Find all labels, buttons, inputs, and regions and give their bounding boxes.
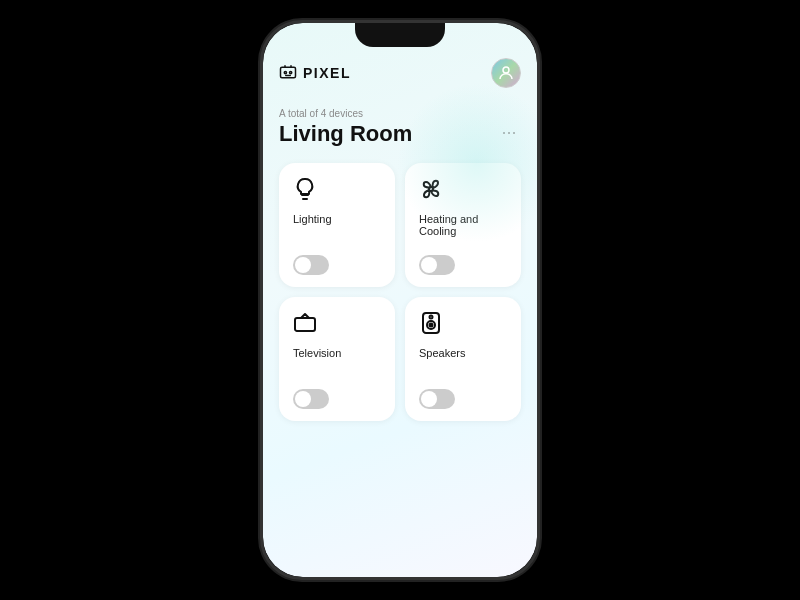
heating-cooling-toggle[interactable]: [419, 255, 455, 275]
room-title: Living Room: [279, 121, 412, 147]
television-toggle-wrapper: [293, 389, 381, 409]
svg-point-2: [290, 71, 292, 73]
device-card-lighting[interactable]: Lighting: [279, 163, 395, 287]
phone-frame: PIXEL A total of 4 devices Living Room ·…: [260, 20, 540, 580]
svg-rect-5: [295, 318, 315, 331]
room-info: A total of 4 devices Living Room ···: [279, 108, 521, 147]
notch: [355, 23, 445, 47]
lighting-toggle-wrapper: [293, 255, 381, 275]
heating-cooling-toggle-slider: [419, 255, 455, 275]
logo-text: PIXEL: [303, 65, 351, 81]
device-card-speakers[interactable]: Speakers: [405, 297, 521, 421]
speakers-toggle-slider: [419, 389, 455, 409]
lighting-label: Lighting: [293, 213, 381, 241]
device-card-television[interactable]: Television: [279, 297, 395, 421]
heating-cooling-toggle-wrapper: [419, 255, 507, 275]
lighting-icon: [293, 177, 381, 205]
device-grid: Lighting: [279, 163, 521, 421]
logo-icon: [279, 62, 297, 84]
television-label: Television: [293, 347, 381, 375]
avatar[interactable]: [491, 58, 521, 88]
svg-point-1: [284, 71, 286, 73]
lighting-toggle[interactable]: [293, 255, 329, 275]
logo-area: PIXEL: [279, 62, 351, 84]
phone-screen: PIXEL A total of 4 devices Living Room ·…: [263, 23, 537, 577]
television-toggle[interactable]: [293, 389, 329, 409]
speakers-toggle[interactable]: [419, 389, 455, 409]
tv-icon: [293, 311, 381, 339]
screen-content: PIXEL A total of 4 devices Living Room ·…: [263, 23, 537, 577]
television-toggle-slider: [293, 389, 329, 409]
svg-point-3: [503, 67, 509, 73]
device-card-heating-cooling[interactable]: Heating and Cooling: [405, 163, 521, 287]
more-button[interactable]: ···: [498, 123, 521, 145]
svg-point-8: [430, 324, 433, 327]
svg-point-9: [430, 316, 433, 319]
speaker-icon: [419, 311, 507, 339]
device-count-label: A total of 4 devices: [279, 108, 521, 119]
speakers-toggle-wrapper: [419, 389, 507, 409]
room-title-row: Living Room ···: [279, 121, 521, 147]
lighting-toggle-slider: [293, 255, 329, 275]
speakers-label: Speakers: [419, 347, 507, 375]
heating-cooling-label: Heating and Cooling: [419, 213, 507, 241]
fan-icon: [419, 177, 507, 205]
header: PIXEL: [279, 58, 521, 88]
